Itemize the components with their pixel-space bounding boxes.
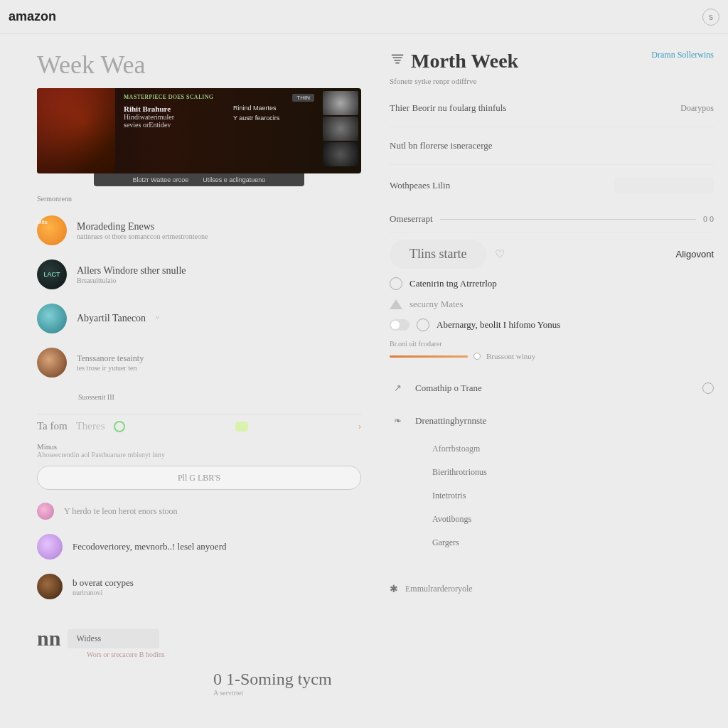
hero-r-line1: Rinind Maertes	[233, 105, 314, 112]
mini-thumb-3[interactable]	[323, 142, 358, 166]
list-item[interactable]: LACT Allers Windore sther snulle Brsasul…	[37, 252, 361, 296]
avatar	[37, 534, 63, 560]
page-title-right: Morth Week	[390, 50, 518, 73]
progress-label: Br.oni uit fcodarer	[390, 340, 714, 348]
check-row[interactable]: Catenirin tng Atrretrlop	[390, 277, 714, 290]
list-text: Moradeding Enews natinrues ot thore soma…	[77, 221, 208, 240]
row-label: Omeserrapt	[390, 213, 433, 225]
avatar	[37, 503, 54, 520]
settings-row[interactable]: Thier Beorir nu foularg thinfuls Doarypo…	[390, 90, 714, 127]
floating-sub: A servtrtet	[213, 689, 332, 697]
header-link[interactable]: Dramn Sollerwins	[651, 50, 714, 60]
list-title: Tenssanore tesainty	[77, 353, 144, 364]
sublist-item[interactable]: Avotibongs	[432, 508, 714, 531]
slider-track[interactable]	[440, 219, 696, 220]
pill-row: Tlins starte ♡ Aligovont	[390, 240, 714, 269]
list-item[interactable]: Fecodoveriorey, mevnorb..! lesel anyoerd	[37, 527, 361, 567]
check-label: Abernargy, beolit I hifomo Yonus	[437, 319, 560, 331]
hero-thumbnail	[37, 88, 115, 173]
header-subline: Sfonetr sytke renpr odiffrve	[390, 77, 714, 85]
option-row[interactable]: ❧ Drenattinghyrnnste	[390, 405, 714, 437]
check-label: Catenirin tng Atrretrlop	[410, 278, 497, 289]
list-item[interactable]: Y herdo te leon herot enors stoon	[37, 496, 361, 527]
topbar-actions: s	[702, 9, 719, 26]
hero-footer-2: Utilses e aclingatueno	[203, 176, 265, 183]
verified-icon: ᵛ	[156, 314, 159, 324]
input-row: Wothpeaes Lilin	[390, 165, 714, 206]
option-row[interactable]: ↗ Comathip o Trane	[390, 372, 714, 405]
status-ring-icon	[114, 421, 125, 432]
check-label: securny Mates	[410, 299, 463, 310]
hero-mini-thumbs	[320, 88, 361, 173]
list-text: Abyartil Tanecon	[77, 313, 146, 324]
bottom-mn: nn Widess	[37, 626, 361, 651]
topbar: amazon s	[0, 0, 728, 34]
tab-b[interactable]: Theres	[76, 420, 105, 432]
hero-line3: sevies orEntidev	[124, 121, 219, 129]
hero-footer-1: Blotzr Wattee orcoe	[133, 176, 189, 183]
list-sub: natinrues ot thore somanccon ertmestront…	[77, 232, 208, 240]
muted-head: Minus	[37, 442, 361, 451]
avatar	[37, 348, 67, 378]
row-label: Nutl bn florerse isneracerge	[390, 140, 493, 151]
mn-chip[interactable]: Widess	[68, 629, 159, 648]
sublist-item[interactable]: Intetrotris	[432, 484, 714, 508]
hero-category: Masterpiece Does Scaling	[124, 94, 219, 100]
avatar: LACT	[37, 259, 67, 289]
progress-tag: Brussont winuy	[486, 352, 535, 360]
heart-icon[interactable]: ♡	[495, 247, 505, 261]
topbar-circle-button[interactable]: s	[702, 9, 719, 26]
check-row[interactable]: securny Mates	[390, 299, 714, 310]
muted-block: Minus Ahoseectendin aol Pasthuanare mbis…	[37, 442, 361, 459]
align-label: Aligovont	[676, 249, 714, 259]
progress-knob-icon[interactable]	[473, 353, 481, 360]
bottom-right-text: Emmulrarderoryole	[405, 584, 473, 594]
chevron-right-icon[interactable]: ›	[358, 421, 361, 432]
floating-label: 0 1-Soming tycm A servtrtet	[213, 670, 332, 697]
text-input[interactable]	[614, 178, 714, 193]
list-item[interactable]: Tenssanore tesainty tes trose ir yutuer …	[37, 341, 361, 385]
toggle-switch[interactable]	[390, 319, 410, 331]
section-label-1: Sermonrenn	[37, 195, 361, 203]
list-text: Allers Windore sther snulle Brsasulttula…	[77, 265, 186, 284]
option-text: Drenattinghyrnnste	[415, 415, 486, 427]
floating-big: 0 1-Soming tycm	[213, 670, 332, 689]
list-sub: tes trose ir yutuer ten	[77, 364, 144, 372]
list-text: b overat corypes nurirunovi	[73, 577, 134, 596]
avatar	[37, 574, 63, 599]
mn-sub: Wors or srecacere B hodins	[87, 651, 361, 658]
list-item[interactable]: b overat corypes nurirunovi	[37, 567, 361, 606]
tab-block: Ta fom Theres ›	[37, 414, 361, 432]
radio-icon	[390, 277, 402, 290]
list-item[interactable]: Abyartil Tanecon ᵛ	[37, 296, 361, 341]
sublist-item[interactable]: Gargers	[432, 531, 714, 555]
switch-row[interactable]: Abernargy, beolit I hifomo Yonus	[390, 318, 714, 331]
mini-thumb-2[interactable]	[323, 117, 358, 141]
radio-icon[interactable]	[702, 382, 714, 394]
mini-thumb-1[interactable]	[323, 91, 358, 115]
list-sub: Brsasulttulaio	[77, 277, 186, 284]
hero-right-block: THIN Rinind Maertes Y austr fearocirs	[228, 88, 320, 173]
list-title: Abyartil Tanecon	[77, 313, 146, 324]
tab-a[interactable]: Ta fom	[37, 420, 68, 432]
left-column: Week Wea Masterpiece Does Scaling Rihit …	[0, 34, 375, 728]
bottom-right-link[interactable]: ✱ Emmulrarderoryole	[390, 583, 714, 595]
slider-row: Omeserrapt 0 0	[390, 206, 714, 232]
hero-r-line2: Y austr fearocirs	[233, 114, 314, 122]
sublist-item[interactable]: Bierithrotrionus	[432, 461, 714, 484]
page-body: Week Wea Masterpiece Does Scaling Rihit …	[0, 34, 728, 728]
search-input[interactable]: Pll G LBR'S	[37, 466, 361, 490]
main-pill-button[interactable]: Tlins starte	[390, 240, 486, 269]
option-text: Comathip o Trane	[415, 382, 482, 394]
status-pill-icon	[235, 422, 248, 432]
list-title: Moradeding Enews	[77, 221, 208, 232]
sublist-item[interactable]: Aforrbstoagm	[432, 437, 714, 461]
avatar	[37, 304, 67, 333]
settings-row[interactable]: Nutl bn florerse isneracerge	[390, 127, 714, 165]
hero-card[interactable]: Masterpiece Does Scaling Rihit Brahure H…	[37, 88, 361, 173]
triangle-icon	[390, 299, 402, 309]
muted-desc: Ahoseectendin aol Pasthuanare mbisnyt in…	[37, 451, 361, 459]
list-item[interactable]: Mits Moradeding Enews natinrues ot thore…	[37, 208, 361, 252]
secondary-logo: nn	[37, 626, 60, 651]
bottom-item-text: Y herdo te leon herot enors stoon	[64, 506, 178, 517]
